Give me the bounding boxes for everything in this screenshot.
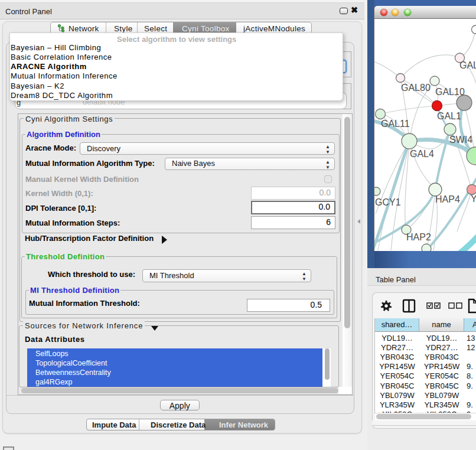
svg-text:GAL80: GAL80 bbox=[401, 83, 431, 93]
svg-text:SWI4: SWI4 bbox=[449, 135, 472, 145]
svg-text:GCY1: GCY1 bbox=[375, 197, 401, 207]
svg-text:GAL1: GAL1 bbox=[437, 111, 461, 121]
svg-text:HAP4: HAP4 bbox=[435, 194, 460, 204]
svg-text:GAL4: GAL4 bbox=[410, 149, 434, 159]
svg-text:GAL11: GAL11 bbox=[381, 119, 410, 129]
svg-text:HAP2: HAP2 bbox=[406, 232, 431, 242]
svg-text:GAL: GAL bbox=[459, 60, 476, 70]
svg-text:Y: Y bbox=[471, 194, 476, 204]
svg-text:GAL10: GAL10 bbox=[435, 87, 465, 97]
